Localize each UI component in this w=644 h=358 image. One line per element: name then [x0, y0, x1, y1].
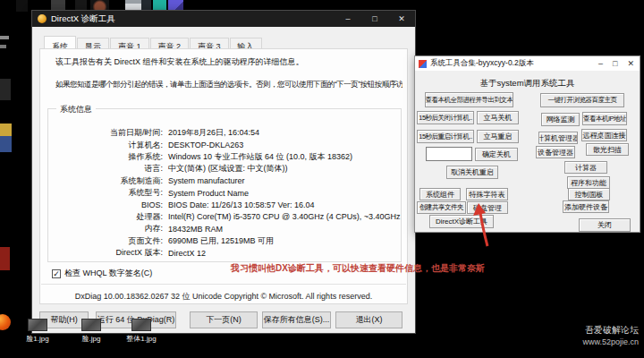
annotation-arrow	[470, 202, 494, 249]
image-thumbnail	[28, 319, 47, 331]
computer-mgmt-button[interactable]: 计算机管理器	[538, 132, 578, 144]
desktop-thumbnail-1[interactable]	[16, 0, 28, 12]
calculator-button[interactable]: 计算器	[564, 161, 607, 174]
system-info-group: 系统信息 当前日期/时间:2019年8月26日, 16:04:54 计算机名:D…	[47, 108, 402, 262]
desktop-icon-partial-3[interactable]	[0, 79, 11, 100]
close-button[interactable]: ✕	[627, 59, 634, 68]
restart-15s-button[interactable]: 15秒后重启计算机..	[417, 130, 474, 143]
add-hardware-button[interactable]: 添加硬件设备	[563, 200, 609, 213]
file-name: 整体1.jpg	[116, 334, 166, 344]
system-info-row: 页面文件:6990MB 已用, 12519MB 可用	[48, 235, 397, 247]
desktop-file-icon[interactable]: 脸1.jpg	[13, 319, 63, 344]
restart-now-button[interactable]: 立马重启	[477, 130, 519, 143]
desktop-icon-partial-4[interactable]	[0, 247, 10, 270]
system-info-row: BIOS:BIOS Date: 11/26/13 10:58:57 Ver: 1…	[48, 199, 397, 210]
file-name: 脸.jpg	[66, 334, 116, 344]
device-manager-button[interactable]: 设备管理器	[536, 146, 575, 158]
maximize-button[interactable]: □	[613, 59, 617, 68]
system-info-row: 处理器:Intel(R) Core(TM) i5-3570 CPU @ 3.40…	[48, 211, 397, 223]
browser-icon[interactable]	[0, 314, 11, 330]
toolbox-window: 系统工具合集-byyxcyy-0.2版本 – □ ✕ 基于system调用系统工…	[414, 55, 640, 233]
special-chars-button[interactable]: 特殊字符表	[466, 188, 508, 200]
shutdown-timer-input[interactable]	[426, 147, 472, 161]
open-browser-home-button[interactable]: 一键打开浏览器百度主页	[540, 93, 624, 107]
image-thumbnail	[131, 319, 151, 331]
watermark-site-name: 吾爱破解论坛	[582, 324, 639, 337]
control-panel-button[interactable]: 控制面板	[568, 188, 610, 200]
shutdown-15s-button[interactable]: 15秒后关闭计算机..	[417, 111, 474, 124]
programs-features-button[interactable]: 程序和功能	[567, 176, 610, 189]
annotation-text: 我习惯叫他DX诊断工具，可以快速查看硬件信息，也是非常奈斯	[231, 262, 485, 275]
window-title: DirectX 诊断工具	[51, 13, 115, 25]
next-page-button[interactable]: 下一页(N)	[190, 311, 258, 328]
toolbox-app-icon	[419, 60, 427, 68]
watermark: 吾爱破解论坛 www.52pojie.cn	[582, 324, 639, 347]
toolbox-header: 基于system调用系统工具	[415, 78, 640, 90]
toolbox-titlebar: 系统工具合集-byyxcyy-0.2版本 – □ ✕	[415, 56, 640, 71]
system-info-row: 系统制造商:System manufacturer	[48, 175, 397, 187]
view-ip-button[interactable]: 查看本机IP地址	[582, 112, 627, 125]
directx-icon	[38, 14, 47, 23]
cancel-shutdown-button[interactable]: 取消关机重启	[446, 166, 498, 179]
system-info-row: DirectX 版本:DirectX 12	[48, 247, 397, 259]
minimize-button[interactable]: –	[335, 11, 361, 27]
desktop-file-icon[interactable]: 脸.jpg	[66, 319, 116, 344]
system-info-group-title: 系统信息	[56, 104, 96, 115]
system-info-row: 计算机名:DESKTOP-DKLA263	[48, 139, 397, 150]
desktop-icon-partial-2[interactable]	[0, 45, 6, 48]
create-shared-folder-button[interactable]: 创建共享文件夹	[417, 201, 466, 214]
system-components-button[interactable]: 系统组件	[419, 188, 461, 200]
image-thumbnail	[81, 319, 101, 331]
close-button[interactable]: ✕	[388, 11, 415, 27]
minimize-button[interactable]: –	[598, 59, 603, 68]
save-all-info-button[interactable]: 保存所有信息(S)...	[262, 311, 331, 328]
dxdiag-window: DirectX 诊断工具 – □ ✕ 系统 显示 声音 1 声音 2 声音 3 …	[32, 11, 415, 333]
whql-checkbox-label: 检查 WHQL 数字签名(C)	[64, 268, 152, 279]
desktop-file-icon[interactable]: 整体1.jpg	[116, 319, 166, 344]
dxdiag-titlebar: DirectX 诊断工具 – □ ✕	[32, 11, 415, 27]
whql-checkbox-row: ✓ 检查 WHQL 数字签名(C)	[52, 268, 152, 279]
confirm-shutdown-button[interactable]: 确定关机	[475, 148, 518, 161]
desktop-icon-shield[interactable]	[0, 124, 12, 152]
light-scan-button[interactable]: 散光扫描	[586, 143, 629, 156]
intro-text-2: 如果您知道是哪个部分引起的错误，请单击上面适当的选项卡。否则，您可以使用下面的“…	[55, 80, 402, 90]
view-processes-button[interactable]: 查看本机全部进程并导出到文本	[425, 92, 513, 107]
desktop-icon-partial-1[interactable]	[0, 36, 9, 39]
system-info-row: 系统型号:System Product Name	[48, 187, 397, 199]
toolbox-title: 系统工具合集-byyxcyy-0.2版本	[430, 58, 534, 69]
maximize-button[interactable]: □	[361, 11, 388, 27]
status-separator	[41, 284, 406, 285]
remote-desktop-button[interactable]: 远程桌面连接	[581, 129, 627, 141]
shutdown-now-button[interactable]: 立马关机	[477, 111, 519, 124]
system-info-row: 内存:18432MB RAM	[48, 223, 397, 234]
network-monitor-button[interactable]: 网络监测	[541, 113, 580, 126]
system-info-row: 操作系统:Windows 10 专业工作站版 64 位 (10.0, 版本 18…	[48, 151, 397, 163]
system-info-row: 当前日期/时间:2019年8月26日, 16:04:54	[48, 127, 397, 139]
exit-button[interactable]: 退出(X)	[335, 311, 402, 328]
dxdiag-version-line: DxDiag 10.00.18362.0267 32 位 Unicode Cop…	[40, 291, 407, 303]
toolbox-close-button[interactable]: 关闭	[579, 218, 631, 232]
system-info-row: 语言:中文(简体) (区域设置: 中文(简体))	[48, 163, 397, 175]
whql-checkbox[interactable]: ✓	[52, 269, 61, 278]
desktop: DirectX 诊断工具 – □ ✕ 系统 显示 声音 1 声音 2 声音 3 …	[0, 0, 644, 358]
file-name: 脸1.jpg	[13, 334, 63, 344]
watermark-site-url: www.52pojie.cn	[582, 337, 639, 347]
intro-text-1: 该工具报告有关 DirectX 组件和安装在系统上的驱动程序的详细信息。	[55, 56, 304, 68]
